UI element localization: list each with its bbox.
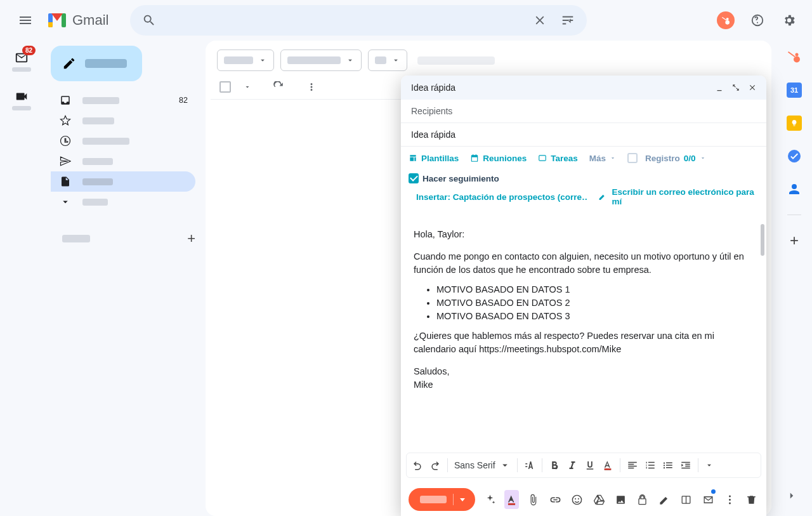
- hs-window-icon[interactable]: [679, 490, 693, 509]
- gmail-logo-text: Gmail: [72, 12, 108, 29]
- link-icon[interactable]: [548, 490, 562, 509]
- more-icon[interactable]: [306, 81, 317, 93]
- sidebar: 82 +: [43, 41, 206, 516]
- body-bullet-3: MOTIVO BASADO EN DATOS 3: [436, 310, 754, 323]
- search-icon[interactable]: [135, 6, 163, 34]
- redo-icon[interactable]: [429, 460, 441, 471]
- hs-write-for-me[interactable]: Escribir un correo electrónico para mí: [598, 187, 756, 206]
- attach-icon[interactable]: [527, 490, 540, 509]
- app-header: Gmail: [0, 0, 812, 41]
- close-icon[interactable]: [745, 80, 760, 95]
- hs-ai-icon[interactable]: [483, 490, 497, 509]
- format-toolbar: Sans Serif: [406, 453, 761, 478]
- select-all-checkbox[interactable]: [219, 81, 231, 93]
- svg-point-13: [729, 502, 731, 504]
- help-icon[interactable]: [745, 8, 770, 33]
- bullet-list-icon[interactable]: [662, 460, 674, 471]
- send-button[interactable]: [409, 488, 475, 511]
- body-signature: Mike: [414, 380, 433, 390]
- filter-chip-1[interactable]: [217, 50, 274, 71]
- sidebar-item-inbox[interactable]: 82: [51, 90, 195, 110]
- hs-log[interactable]: Registro 0/0: [627, 153, 706, 163]
- hs-email-icon[interactable]: [701, 490, 715, 509]
- svg-rect-3: [539, 155, 546, 161]
- body-bullet-1: MOTIVO BASADO EN DATOS 1: [436, 283, 754, 296]
- fullscreen-icon[interactable]: [728, 80, 743, 95]
- minimize-icon[interactable]: [712, 80, 727, 95]
- search-bar[interactable]: [130, 5, 587, 36]
- inbox-count: 82: [179, 96, 188, 105]
- hs-templates[interactable]: Plantillas: [409, 154, 459, 163]
- overflow-icon[interactable]: [723, 490, 737, 509]
- settings-gear-icon[interactable]: [776, 8, 802, 33]
- sidebar-item-starred[interactable]: [51, 110, 195, 131]
- body-intro: Cuando me pongo en contacto con alguien,…: [414, 250, 754, 277]
- sidebar-item-snoozed[interactable]: [51, 131, 195, 151]
- emoji-icon[interactable]: [570, 490, 584, 509]
- body-outro: ¿Quieres que hablemos más al respecto? P…: [414, 329, 754, 356]
- side-calendar-icon[interactable]: 31: [787, 83, 802, 98]
- hubspot-header-icon[interactable]: [713, 8, 738, 33]
- side-keep-icon[interactable]: [787, 116, 802, 131]
- refresh-icon[interactable]: [273, 81, 284, 93]
- align-icon[interactable]: [627, 460, 638, 471]
- filter-chips-row: [211, 50, 766, 79]
- send-button-label: [420, 496, 447, 503]
- sidebar-item-sent[interactable]: [51, 151, 195, 171]
- rail-mail-badge: 82: [22, 46, 36, 55]
- body-scrollbar[interactable]: [761, 224, 764, 256]
- drive-icon[interactable]: [592, 490, 606, 509]
- compose-window-header[interactable]: Idea rápida: [401, 76, 766, 100]
- compose-button[interactable]: [51, 46, 142, 81]
- recipients-field[interactable]: Recipients: [401, 100, 766, 123]
- filter-chip-3[interactable]: [368, 50, 407, 71]
- underline-icon[interactable]: [584, 460, 596, 471]
- body-greeting: Hola, Taylor:: [414, 228, 754, 241]
- side-tasks-icon[interactable]: [787, 149, 802, 164]
- hs-tasks[interactable]: Tareas: [538, 154, 578, 163]
- add-label-button[interactable]: +: [187, 230, 195, 247]
- filter-chip-2[interactable]: [280, 50, 362, 71]
- sidebar-item-drafts[interactable]: [51, 171, 195, 192]
- sidebar-labels-header: +: [51, 226, 206, 251]
- gmail-logo[interactable]: Gmail: [48, 12, 108, 29]
- hs-meetings[interactable]: Reuniones: [470, 154, 527, 163]
- side-hubspot-icon[interactable]: [787, 50, 802, 65]
- svg-point-8: [578, 498, 579, 499]
- rail-meet[interactable]: [6, 89, 37, 110]
- svg-point-11: [729, 495, 731, 497]
- confidential-icon[interactable]: [636, 490, 650, 509]
- send-options-dropdown-icon[interactable]: [460, 498, 465, 501]
- text-color-icon[interactable]: [602, 460, 613, 471]
- undo-icon[interactable]: [412, 460, 423, 471]
- send-bar: [401, 483, 766, 516]
- indent-icon[interactable]: [680, 460, 691, 471]
- font-size-icon[interactable]: [524, 460, 535, 471]
- numbered-list-icon[interactable]: [645, 460, 656, 471]
- font-family-select[interactable]: Sans Serif: [454, 460, 511, 471]
- hs-track[interactable]: Hacer seguimiento: [409, 173, 499, 183]
- side-contacts-icon[interactable]: [787, 182, 802, 197]
- svg-rect-4: [604, 468, 611, 470]
- format-toggle-icon[interactable]: [504, 490, 518, 509]
- italic-icon[interactable]: [566, 460, 578, 471]
- clear-search-icon[interactable]: [526, 6, 554, 34]
- hamburger-menu[interactable]: [10, 5, 41, 36]
- subject-field[interactable]: Idea rápida: [401, 123, 766, 147]
- compose-body[interactable]: Hola, Taylor: Cuando me pongo en contact…: [401, 214, 766, 453]
- insert-image-icon[interactable]: [613, 490, 627, 509]
- search-input[interactable]: [163, 15, 526, 26]
- discard-draft-icon[interactable]: [745, 490, 759, 509]
- sidepanel-collapse-icon[interactable]: [783, 487, 801, 505]
- gmail-logo-icon: [48, 13, 66, 27]
- bold-icon[interactable]: [549, 460, 560, 471]
- rail-mail[interactable]: 82: [6, 51, 37, 72]
- sidebar-item-more[interactable]: [51, 192, 195, 212]
- hs-more[interactable]: Más: [589, 154, 616, 163]
- format-more-icon[interactable]: [705, 460, 714, 471]
- select-all-dropdown-icon[interactable]: [244, 83, 251, 91]
- side-add-button[interactable]: +: [790, 233, 799, 248]
- hs-insert[interactable]: Insertar: Captación de prospectos (corre…: [411, 187, 587, 206]
- search-options-icon[interactable]: [554, 6, 582, 34]
- signature-icon[interactable]: [657, 490, 671, 509]
